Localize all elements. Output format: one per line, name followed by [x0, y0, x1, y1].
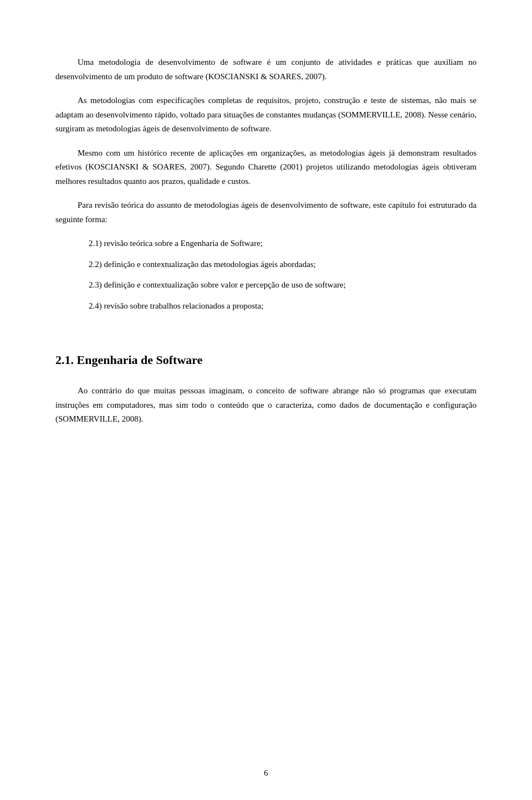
- list-item-1: 2.1) revisão teórica sobre a Engenharia …: [89, 237, 477, 251]
- paragraph-3: Mesmo com um histórico recente de aplica…: [55, 146, 477, 189]
- list-item-3: 2.3) definição e contextualização sobre …: [89, 278, 477, 293]
- page-number: 6: [0, 768, 532, 778]
- section-title: 2.1. Engenharia de Software: [55, 353, 477, 367]
- paragraph-1: Uma metodologia de desenvolvimento de so…: [55, 55, 477, 84]
- paragraph-2: As metodologias com especificações compl…: [55, 94, 477, 136]
- paragraph-4: Para revisão teórica do assunto de metod…: [55, 198, 477, 227]
- page: Uma metodologia de desenvolvimento de so…: [0, 0, 532, 800]
- list-item-2: 2.2) definição e contextualização das me…: [89, 258, 477, 272]
- paragraph-5: Ao contrário do que muitas pessoas imagi…: [55, 384, 477, 427]
- list-item-4: 2.4) revisão sobre trabalhos relacionado…: [89, 299, 477, 314]
